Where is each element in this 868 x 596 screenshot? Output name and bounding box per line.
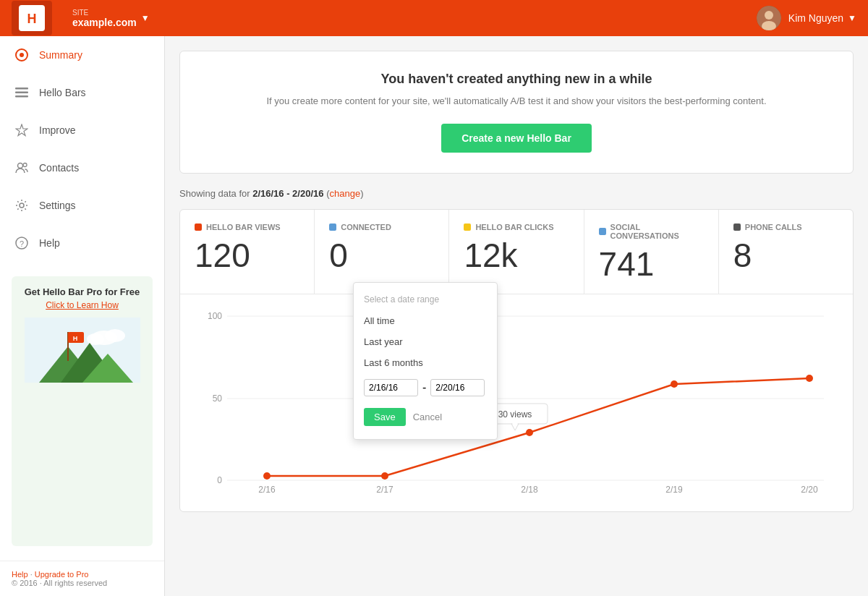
chart-area: 100 50 0 2/16 2/17 2/18 2/19 2/20 [180,294,853,511]
svg-point-38 [526,429,533,436]
stat-col-connected: CONNECTED 0 [315,210,449,294]
stats-headers: HELLO BAR VIEWS 120 CONNECTED 0 HELLO BA… [180,210,853,294]
date-dropdown: Select a date range All time Last year L… [353,282,498,440]
dropdown-save-button[interactable]: Save [364,408,406,426]
sidebar-item-label-help: Help [39,237,60,249]
stat-dot-clicks [464,224,471,231]
date-prefix: Showing data for [179,188,252,199]
stat-col-phone: PHONE CALLS 8 [719,210,853,294]
sidebar-item-summary[interactable]: Summary [0,36,164,74]
user-menu[interactable]: Kim Nguyen ▼ [757,6,856,30]
svg-point-6 [20,53,24,57]
svg-text:H: H [72,335,77,342]
svg-rect-7 [15,88,28,90]
logo-area[interactable]: H [12,1,52,35]
avatar [757,6,781,30]
sidebar: Summary Hello Bars Improve Contacts Sett… [0,36,165,596]
promo-image: H [22,318,142,383]
date-range: 2/16/16 - 2/20/16 [252,188,323,199]
svg-text:2/16: 2/16 [258,485,276,494]
stat-dot-views [195,224,202,231]
sidebar-item-label-hello-bars: Hello Bars [39,87,86,98]
dropdown-option-lastyear[interactable]: Last year [354,331,497,352]
svg-text:0: 0 [217,475,222,485]
stat-col-social: SOCIAL CONVERSATIONS 741 [584,210,719,294]
sidebar-item-settings[interactable]: Settings [0,187,164,224]
gear-icon [14,198,29,213]
svg-text:?: ? [20,239,24,248]
stat-dot-connected [329,224,336,231]
svg-rect-9 [15,95,28,98]
stat-label-social: SOCIAL CONVERSATIONS [599,223,704,240]
change-date-link[interactable]: change [329,188,360,199]
svg-point-17 [105,329,125,342]
svg-text:2/18: 2/18 [521,485,538,494]
sidebar-item-improve[interactable]: Improve [0,111,164,149]
date-info: Showing data for 2/16/16 - 2/20/16 (chan… [179,188,854,199]
stat-value-views: 120 [195,239,299,272]
footer-help-link[interactable]: Help [12,570,28,579]
dropdown-option-alltime[interactable]: All time [354,310,497,331]
sidebar-item-label-contacts: Contacts [39,162,79,174]
svg-point-10 [18,163,23,169]
promo-title: Get Hello Bar Pro for Free [22,286,142,297]
dropdown-actions: Save Cancel [354,402,497,432]
site-selector[interactable]: SITE example.com ▼ [64,9,150,28]
svg-text:100: 100 [208,311,222,321]
footer-copyright: © 2016 · All rights reserved [12,579,107,587]
svg-point-12 [20,203,24,208]
help-icon: ? [14,236,29,250]
people-icon [14,161,29,175]
chart-svg: 100 50 0 2/16 2/17 2/18 2/19 2/20 [195,306,838,494]
stat-label-connected: CONNECTED [329,223,434,231]
sidebar-footer: Help · Upgrade to Pro © 2016 · All right… [0,561,164,596]
svg-point-37 [381,472,388,480]
stat-value-phone: 8 [733,239,838,272]
logo-icon: H [19,5,45,31]
svg-text:2/20: 2/20 [801,485,818,494]
sidebar-item-hello-bars[interactable]: Hello Bars [0,74,164,111]
banner-heading: You haven't created anything new in a wh… [209,72,824,87]
stat-value-social: 741 [599,247,704,281]
dropdown-option-last6months[interactable]: Last 6 months [354,352,497,373]
svg-point-40 [806,375,813,382]
svg-text:2/19: 2/19 [665,485,683,494]
top-nav: H SITE example.com ▼ Kim Nguyen ▼ [0,0,868,36]
stat-label-clicks: HELLO BAR CLICKS [464,223,569,231]
stat-value-connected: 0 [329,239,434,272]
stat-col-clicks: HELLO BAR CLICKS 12k [449,210,584,294]
sidebar-item-contacts[interactable]: Contacts [0,149,164,187]
sidebar-item-label-summary: Summary [39,49,82,61]
svg-point-36 [263,472,271,480]
circle-icon [14,48,29,62]
user-name: Kim Nguyen [788,12,843,24]
promo-link[interactable]: Click to Learn How [22,300,142,310]
cta-button[interactable]: Create a new Hello Bar [441,124,592,153]
main-layout: Summary Hello Bars Improve Contacts Sett… [0,36,868,596]
svg-text:30 views: 30 views [498,409,532,420]
user-dropdown-arrow: ▼ [848,13,856,23]
dropdown-cancel-button[interactable]: Cancel [413,412,442,422]
sidebar-item-help[interactable]: ? Help [0,224,164,262]
sidebar-item-label-settings: Settings [39,200,76,211]
stat-value-clicks: 12k [464,239,569,272]
svg-text:H: H [27,12,37,26]
date-to-input[interactable] [430,379,485,396]
list-icon [14,85,29,100]
svg-point-39 [671,380,678,388]
date-from-input[interactable] [364,379,418,396]
svg-point-11 [23,163,27,167]
stat-dot-social [599,228,606,235]
sparkle-icon [14,123,29,137]
main-content: You haven't created anything new in a wh… [165,36,868,596]
banner-body: If you create more content for your site… [209,94,824,109]
svg-point-3 [765,11,773,20]
footer-upgrade-link[interactable]: Upgrade to Pro [35,570,89,579]
date-range-inputs: - [354,373,497,402]
sidebar-promo: Get Hello Bar Pro for Free Click to Lear… [12,276,153,546]
site-name: example.com [72,17,137,28]
svg-rect-8 [15,92,28,94]
stat-col-views: HELLO BAR VIEWS 120 [180,210,315,294]
stat-label-phone: PHONE CALLS [733,223,838,231]
info-banner: You haven't created anything new in a wh… [179,51,854,174]
